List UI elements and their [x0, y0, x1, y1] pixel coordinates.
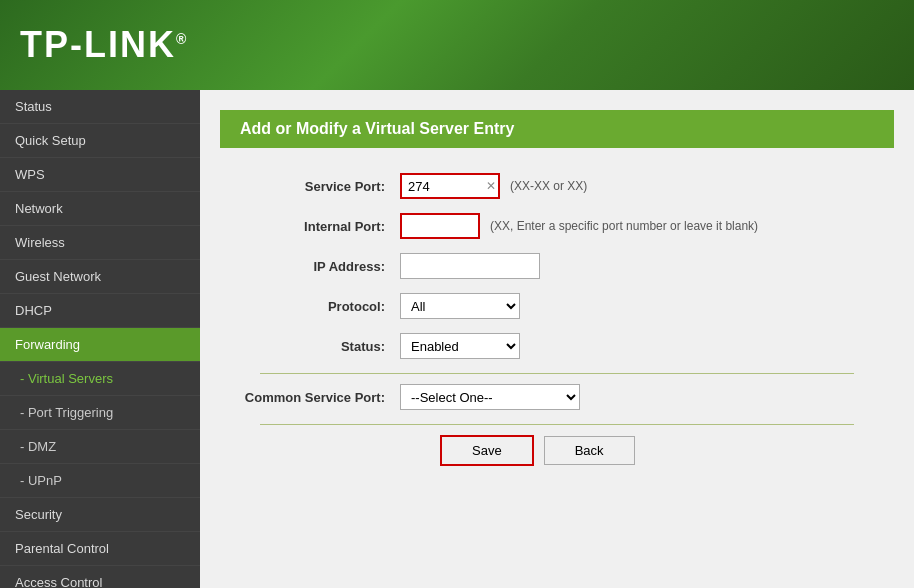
common-service-port-select[interactable]: --Select One-- FTP HTTP HTTPS DNS SMTP P…	[400, 384, 580, 410]
service-port-row: Service Port: ✕ (XX-XX or XX)	[240, 173, 874, 199]
form-container: Service Port: ✕ (XX-XX or XX) Internal P…	[200, 163, 914, 476]
service-port-input-wrapper: ✕	[400, 173, 500, 199]
divider-2	[260, 424, 854, 425]
main-layout: Status Quick Setup WPS Network Wireless …	[0, 90, 914, 588]
sidebar-item-dmz[interactable]: - DMZ	[0, 430, 200, 464]
sidebar-item-status[interactable]: Status	[0, 90, 200, 124]
button-row: Save Back	[240, 435, 874, 466]
sidebar-item-guest-network[interactable]: Guest Network	[0, 260, 200, 294]
common-service-port-row: Common Service Port: --Select One-- FTP …	[240, 384, 874, 410]
protocol-select[interactable]: All TCP UDP TCP/UDP	[400, 293, 520, 319]
status-row: Status: Enabled Disabled	[240, 333, 874, 359]
ip-address-input[interactable]	[400, 253, 540, 279]
status-select[interactable]: Enabled Disabled	[400, 333, 520, 359]
sidebar-item-network[interactable]: Network	[0, 192, 200, 226]
service-port-label: Service Port:	[240, 179, 400, 194]
logo-tm: ®	[176, 31, 188, 47]
sidebar: Status Quick Setup WPS Network Wireless …	[0, 90, 200, 588]
internal-port-input[interactable]	[400, 213, 480, 239]
sidebar-item-forwarding[interactable]: Forwarding	[0, 328, 200, 362]
sidebar-item-wireless[interactable]: Wireless	[0, 226, 200, 260]
sidebar-item-upnp[interactable]: - UPnP	[0, 464, 200, 498]
internal-port-row: Internal Port: (XX, Enter a specific por…	[240, 213, 874, 239]
sidebar-item-port-triggering[interactable]: - Port Triggering	[0, 396, 200, 430]
main-content: Add or Modify a Virtual Server Entry Ser…	[200, 90, 914, 588]
status-label: Status:	[240, 339, 400, 354]
logo: TP-LINK®	[20, 24, 188, 66]
logo-text: TP-LINK	[20, 24, 176, 65]
sidebar-item-quick-setup[interactable]: Quick Setup	[0, 124, 200, 158]
sidebar-item-security[interactable]: Security	[0, 498, 200, 532]
divider-1	[260, 373, 854, 374]
service-port-clear-button[interactable]: ✕	[486, 180, 496, 192]
sidebar-item-dhcp[interactable]: DHCP	[0, 294, 200, 328]
sidebar-item-access-control[interactable]: Access Control	[0, 566, 200, 588]
save-button[interactable]: Save	[440, 435, 534, 466]
protocol-row: Protocol: All TCP UDP TCP/UDP	[240, 293, 874, 319]
internal-port-hint: (XX, Enter a specific port number or lea…	[490, 219, 758, 233]
page-title: Add or Modify a Virtual Server Entry	[220, 110, 894, 148]
protocol-label: Protocol:	[240, 299, 400, 314]
ip-address-label: IP Address:	[240, 259, 400, 274]
internal-port-label: Internal Port:	[240, 219, 400, 234]
sidebar-item-virtual-servers[interactable]: - Virtual Servers	[0, 362, 200, 396]
back-button[interactable]: Back	[544, 436, 635, 465]
ip-address-row: IP Address:	[240, 253, 874, 279]
service-port-hint: (XX-XX or XX)	[510, 179, 587, 193]
page-header: TP-LINK®	[0, 0, 914, 90]
sidebar-item-wps[interactable]: WPS	[0, 158, 200, 192]
service-port-input[interactable]	[400, 173, 500, 199]
common-service-port-label: Common Service Port:	[240, 390, 400, 405]
sidebar-item-parental-control[interactable]: Parental Control	[0, 532, 200, 566]
